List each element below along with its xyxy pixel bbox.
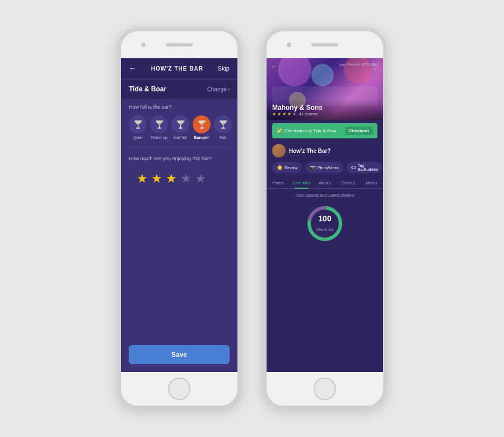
checkin-sub: Check ins	[316, 227, 334, 231]
howz-row: How'z The Bar?	[267, 142, 383, 160]
tag-label: Tag BarBuddies	[358, 164, 378, 171]
bumpin-label: Bumpin'	[194, 136, 209, 140]
actions-row: ⭐ Review 📷 Photo/Video 🏷 Tag BarBuddies	[267, 160, 383, 175]
phone-screen-1: ← HOW'Z THE BAR Skip Tide & Boar Change …	[121, 58, 237, 372]
checkin-text: ✅ Checked in at Tide & Boar	[277, 128, 337, 133]
home-button-1[interactable]	[168, 378, 190, 400]
screen1: ← HOW'Z THE BAR Skip Tide & Boar Change …	[121, 58, 237, 372]
phone-speaker-2	[311, 43, 338, 47]
hero-image: ← ♡ Mahony & Sons ★ ★ ★ ★ ★ 42 reviews L…	[267, 58, 383, 120]
full-label: Full	[220, 136, 226, 140]
fullness-full[interactable]: 🍸 Full	[214, 115, 232, 140]
donut-center: 100 Check ins	[316, 214, 334, 233]
change-button[interactable]: Change ›	[207, 86, 230, 92]
v-star-4: ★	[287, 111, 291, 117]
tab-about[interactable]: About	[313, 178, 337, 188]
fullness-section: How full is the bar? 🍸 Quiet 🍸 Pickin' u…	[121, 99, 237, 145]
photo-button[interactable]: 📷 Photo/Video	[305, 162, 343, 173]
home-button-2[interactable]	[314, 378, 336, 400]
v-star-3: ★	[282, 111, 286, 117]
bumpin-icon-circle: 🍸	[193, 115, 211, 133]
full-icon-circle: 🍸	[214, 115, 232, 133]
check-icon: ✅	[277, 128, 282, 133]
phone-top-2	[267, 31, 383, 58]
phone-speaker-1	[166, 43, 193, 47]
venue-row[interactable]: Tide & Boar Change ›	[121, 80, 237, 99]
review-count: 42 reviews	[299, 112, 318, 116]
divider-1	[129, 147, 230, 148]
tab-menu[interactable]: Menu	[360, 178, 383, 188]
phone-2: ← ♡ Mahony & Sons ★ ★ ★ ★ ★ 42 reviews L…	[263, 28, 386, 409]
fullness-label: How full is the bar?	[129, 104, 230, 110]
enjoyment-stars[interactable]: ★ ★ ★ ★ ★	[129, 167, 230, 190]
phone-bottom-2	[267, 372, 383, 406]
tab-events[interactable]: Events	[337, 178, 360, 188]
v-star-2: ★	[277, 111, 281, 117]
review-label: Review	[284, 166, 297, 170]
screen1-header: ← HOW'Z THE BAR Skip	[121, 58, 237, 78]
photo-label: Photo/Video	[318, 166, 339, 170]
half-label: Half full	[174, 136, 186, 140]
hero-overlay: Mahony & Sons ★ ★ ★ ★ ★ 42 reviews	[267, 99, 383, 120]
v-star-1: ★	[272, 111, 276, 117]
venue-stars: ★ ★ ★ ★ ★ 42 reviews	[272, 111, 377, 117]
tab-checkins[interactable]: Checkins	[290, 178, 314, 188]
star-3[interactable]: ★	[166, 171, 177, 186]
screen1-title: HOW'Z THE BAR	[151, 66, 203, 72]
tab-bar: Posts Checkins About Events Menu	[267, 178, 383, 189]
user-avatar	[272, 144, 286, 157]
howz-label: How'z The Bar?	[289, 148, 331, 154]
enjoyment-section: How much are you enjoying this bar? ★ ★ …	[121, 150, 237, 194]
quiet-icon-circle: 🍸	[129, 115, 147, 133]
capacity-label: Club capacity and current chekins	[295, 193, 354, 197]
camera-icon: 📷	[310, 165, 316, 170]
venue-name: Tide & Boar	[129, 85, 166, 93]
half-icon-circle: 🍸	[171, 115, 189, 133]
phone-bottom-1	[121, 372, 237, 406]
phone-screen-2: ← ♡ Mahony & Sons ★ ★ ★ ★ ★ 42 reviews L…	[267, 58, 383, 372]
tab-content: Club capacity and current chekins 100 Ch…	[267, 189, 383, 372]
fullness-icons-row: 🍸 Quiet 🍸 Pickin' up 🍸 Half full 🍸 Bumpi…	[129, 115, 230, 140]
checkin-count: 100	[316, 214, 334, 223]
tag-icon: 🏷	[351, 165, 356, 170]
last-checkin-tag: Last Check In: 02.21.2017	[339, 63, 379, 66]
tab-posts[interactable]: Posts	[267, 178, 290, 188]
phone-1: ← HOW'Z THE BAR Skip Tide & Boar Change …	[118, 28, 241, 409]
pickin-icon-circle: 🍸	[150, 115, 168, 133]
checkout-button[interactable]: Checkout	[345, 127, 373, 135]
enjoyment-label: How much are you enjoying this bar?	[129, 156, 230, 161]
phone-top-1	[121, 31, 237, 58]
back-icon-2[interactable]: ←	[271, 63, 278, 71]
screen2: ← ♡ Mahony & Sons ★ ★ ★ ★ ★ 42 reviews L…	[267, 58, 383, 372]
fullness-bumpin[interactable]: 🍸 Bumpin'	[193, 115, 211, 140]
review-icon: ⭐	[277, 165, 283, 170]
v-star-5: ★	[292, 111, 296, 117]
back-icon[interactable]: ←	[129, 64, 137, 73]
star-4[interactable]: ★	[180, 171, 192, 186]
review-button[interactable]: ⭐ Review	[272, 162, 302, 173]
venue-name-2: Mahony & Sons	[272, 104, 377, 111]
fullness-half-full[interactable]: 🍸 Half full	[171, 115, 189, 140]
phone-camera-1	[141, 43, 146, 47]
skip-button[interactable]: Skip	[218, 65, 230, 72]
quiet-label: Quiet	[133, 136, 143, 140]
checkin-bar[interactable]: ✅ Checked in at Tide & Boar Checkout	[272, 123, 377, 138]
fullness-pickin-up[interactable]: 🍸 Pickin' up	[150, 115, 168, 140]
pickin-label: Pickin' up	[151, 136, 167, 140]
star-2[interactable]: ★	[151, 171, 162, 186]
phone-camera-2	[287, 43, 291, 47]
star-5[interactable]: ★	[195, 171, 206, 186]
save-button[interactable]: Save	[129, 345, 230, 364]
fullness-quiet[interactable]: 🍸 Quiet	[129, 115, 147, 140]
donut-chart: 100 Check ins	[305, 204, 344, 243]
tag-button[interactable]: 🏷 Tag BarBuddies	[347, 162, 382, 173]
star-1[interactable]: ★	[137, 171, 148, 186]
